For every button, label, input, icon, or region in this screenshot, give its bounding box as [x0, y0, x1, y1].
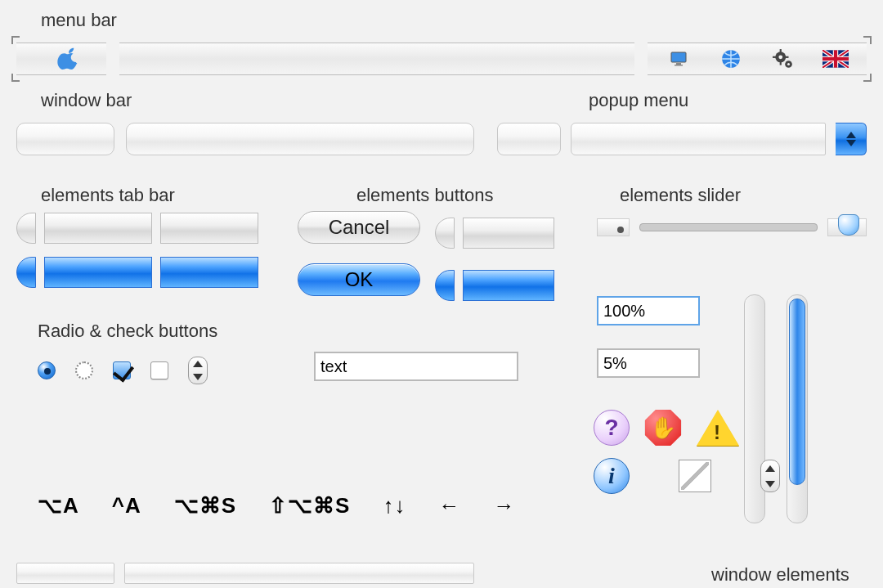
- shortcut: ⇧⌥⌘S: [269, 493, 350, 518]
- svg-point-11: [787, 63, 790, 65]
- apple-icon: [57, 47, 82, 70]
- svg-rect-7: [780, 61, 782, 65]
- svg-rect-16: [822, 57, 849, 61]
- svg-rect-9: [785, 56, 788, 58]
- stepper-up-icon: [193, 361, 203, 367]
- scrollbar-vertical-active[interactable]: [787, 294, 808, 523]
- button-group: Cancel OK: [298, 211, 554, 307]
- label-window-bar: window bar: [41, 90, 132, 111]
- gear-icon[interactable]: [767, 47, 800, 71]
- popup-menu: [497, 123, 867, 155]
- slider-left-cap: [597, 218, 630, 236]
- popup-menu-arrows[interactable]: [836, 123, 867, 155]
- scrollbar-thumb[interactable]: [789, 298, 805, 485]
- label-menu-bar: menu bar: [41, 10, 117, 31]
- globe-icon[interactable]: [715, 47, 747, 71]
- label-buttons: elements buttons: [356, 185, 494, 206]
- text-field[interactable]: [314, 352, 518, 381]
- slider-knob[interactable]: [838, 214, 859, 236]
- bottom-bar-segment[interactable]: [16, 563, 114, 584]
- svg-point-5: [778, 55, 782, 59]
- tab-active[interactable]: [160, 257, 258, 288]
- svg-rect-1: [676, 63, 681, 65]
- shortcut: ⌥A: [38, 493, 79, 518]
- chevron-down-icon: [846, 140, 856, 146]
- tab-inactive[interactable]: [44, 213, 152, 244]
- tab-active-left-cap[interactable]: [16, 257, 36, 288]
- shortcut: ^A: [112, 493, 141, 518]
- bottom-bar: [16, 563, 474, 584]
- percent-field-top[interactable]: [597, 296, 700, 325]
- checkbox-unchecked[interactable]: [150, 361, 168, 379]
- radio-check-group: [38, 321, 208, 384]
- popup-menu-body[interactable]: [571, 123, 826, 155]
- shortcut: ⌥⌘S: [174, 493, 236, 518]
- svg-rect-6: [780, 49, 782, 52]
- ok-button-label: OK: [345, 268, 374, 291]
- chevron-up-icon: [846, 132, 856, 138]
- tab-bar: [16, 213, 258, 301]
- tab-inactive[interactable]: [160, 213, 258, 244]
- percent-field-bottom[interactable]: [597, 348, 700, 378]
- label-window-elements: window elements: [711, 564, 849, 586]
- svg-rect-0: [671, 52, 686, 62]
- menu-bar-apple-segment[interactable]: [16, 43, 106, 75]
- radio-selected[interactable]: [38, 361, 56, 379]
- svg-rect-2: [675, 65, 683, 66]
- menu-bar-extras: [648, 43, 867, 75]
- window-bar: [16, 123, 474, 155]
- menu-bar-blank: [119, 43, 634, 75]
- warning-icon[interactable]: [697, 410, 739, 446]
- stepper-large[interactable]: [760, 460, 780, 492]
- monitor-icon[interactable]: [662, 47, 695, 71]
- slider: [597, 211, 867, 244]
- utility-icon-row: i: [594, 458, 780, 494]
- bottom-bar-body[interactable]: [124, 563, 474, 584]
- button-segment[interactable]: [463, 218, 554, 249]
- label-tab-bar: elements tab bar: [41, 185, 175, 206]
- radio-unselected[interactable]: [75, 361, 93, 379]
- button-segment-active[interactable]: [463, 270, 554, 301]
- tab-inactive-left-cap[interactable]: [16, 213, 36, 244]
- shortcut: ↑↓: [383, 493, 406, 518]
- info-icon[interactable]: i: [594, 458, 630, 494]
- image-well[interactable]: [679, 460, 711, 492]
- slider-right-cap: [827, 218, 867, 236]
- label-popup-menu: popup menu: [589, 90, 688, 111]
- popup-menu-left-segment[interactable]: [497, 123, 561, 155]
- help-icon[interactable]: ?: [594, 410, 630, 446]
- svg-rect-8: [773, 56, 776, 58]
- stepper[interactable]: [188, 357, 208, 384]
- cancel-button[interactable]: Cancel: [298, 211, 420, 244]
- checkbox-checked[interactable]: [113, 361, 131, 379]
- tab-active[interactable]: [44, 257, 152, 288]
- window-bar-body[interactable]: [126, 123, 474, 155]
- menu-bar: [16, 43, 867, 75]
- window-bar-left-segment[interactable]: [16, 123, 114, 155]
- button-segment-cap[interactable]: [435, 218, 455, 249]
- stepper-down-icon: [193, 374, 203, 380]
- shortcut: →: [493, 493, 515, 518]
- ok-button[interactable]: OK: [298, 263, 420, 296]
- alert-icon-row: ? ✋: [594, 409, 739, 447]
- label-slider: elements slider: [620, 185, 741, 206]
- stepper-down-icon: [765, 481, 775, 487]
- button-segment-active-cap[interactable]: [435, 270, 455, 301]
- keyboard-shortcut-row: ⌥A ^A ⌥⌘S ⇧⌥⌘S ↑↓ ← →: [38, 493, 515, 518]
- slider-track[interactable]: [639, 223, 818, 231]
- stop-icon[interactable]: ✋: [644, 409, 682, 447]
- stepper-up-icon: [765, 465, 775, 472]
- shortcut: ←: [438, 493, 460, 518]
- cancel-button-label: Cancel: [329, 216, 390, 239]
- flag-uk-icon[interactable]: [819, 47, 852, 71]
